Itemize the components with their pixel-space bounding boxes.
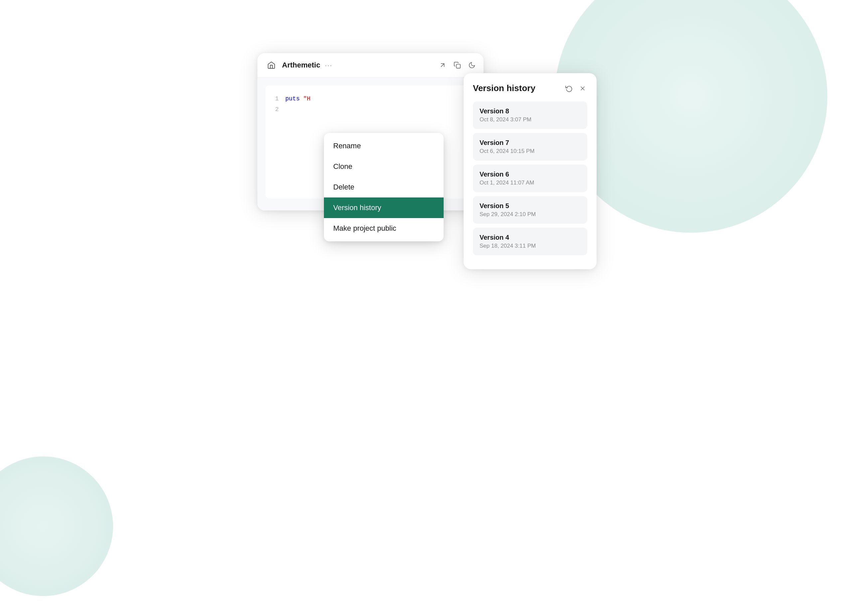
version-list: Version 8Oct 8, 2024 3:07 PMVersion 7Oct… [473, 101, 587, 255]
version-name-4: Version 5 [480, 202, 581, 210]
version-panel: Version history Version 8Oct 8, 2024 3: [464, 73, 596, 269]
home-icon[interactable] [265, 59, 278, 71]
code-line-2: 2 [272, 104, 469, 115]
close-icon[interactable] [578, 84, 587, 93]
line-number-2: 2 [272, 104, 279, 115]
version-name-1: Version 8 [480, 107, 581, 115]
version-item-2[interactable]: Version 7Oct 6, 2024 10:15 PM [473, 133, 587, 161]
version-date-1: Oct 8, 2024 3:07 PM [480, 116, 581, 123]
more-options-button[interactable]: ··· [325, 61, 332, 69]
svg-rect-0 [456, 64, 460, 68]
menu-item-rename[interactable]: Rename [324, 135, 444, 156]
restore-icon[interactable] [564, 84, 574, 93]
code-keyword: puts [285, 96, 303, 102]
code-string: "H [303, 96, 311, 102]
version-date-3: Oct 1, 2024 11:07 AM [480, 179, 581, 186]
version-item-4[interactable]: Version 5Sep 29, 2024 2:10 PM [473, 196, 587, 224]
menu-item-clone[interactable]: Clone [324, 156, 444, 177]
context-menu: Rename Clone Delete Version history Make… [324, 133, 444, 241]
version-item-1[interactable]: Version 8Oct 8, 2024 3:07 PM [473, 101, 587, 129]
editor-window: Arthemetic ··· [258, 53, 483, 210]
menu-item-make-public[interactable]: Make project public [324, 218, 444, 239]
code-text-1: puts "H [285, 93, 311, 104]
version-item-3[interactable]: Version 6Oct 1, 2024 11:07 AM [473, 164, 587, 192]
version-panel-header: Version history [473, 83, 587, 93]
version-date-4: Sep 29, 2024 2:10 PM [480, 211, 581, 218]
version-date-2: Oct 6, 2024 10:15 PM [480, 148, 581, 155]
menu-item-delete[interactable]: Delete [324, 177, 444, 198]
menu-item-version-history[interactable]: Version history [324, 198, 444, 218]
version-panel-actions [564, 84, 587, 93]
title-bar-right [439, 61, 476, 69]
title-bar: Arthemetic ··· [258, 53, 483, 78]
line-number-1: 1 [272, 93, 279, 104]
external-link-icon[interactable] [439, 61, 446, 69]
content-wrapper: Arthemetic ··· [27, 47, 827, 583]
moon-icon[interactable] [468, 61, 476, 69]
app-title: Arthemetic [282, 61, 320, 70]
version-name-5: Version 4 [480, 234, 581, 241]
title-bar-left: Arthemetic ··· [265, 59, 439, 71]
code-line-1: 1 puts "H [272, 93, 469, 104]
version-name-2: Version 7 [480, 139, 581, 147]
version-date-5: Sep 18, 2024 3:11 PM [480, 243, 581, 249]
version-item-5[interactable]: Version 4Sep 18, 2024 3:11 PM [473, 228, 587, 255]
copy-icon[interactable] [454, 61, 461, 69]
version-name-3: Version 6 [480, 170, 581, 178]
version-panel-title: Version history [473, 83, 535, 93]
